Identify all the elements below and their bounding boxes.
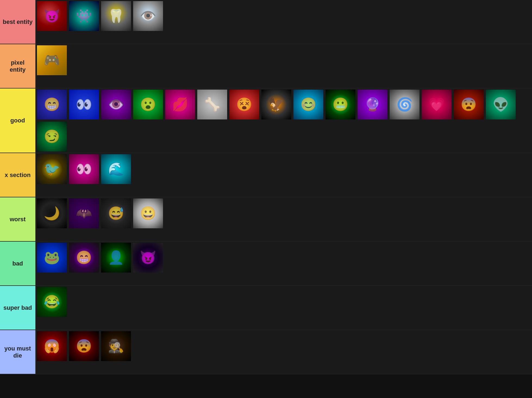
tier-item-w3[interactable]: 😅 [101,198,131,228]
entity-image-x2: 👀 [69,154,99,184]
tier-item-ymd2[interactable]: 😨 [69,331,99,361]
entity-image-be1: 😈 [37,1,67,31]
entity-icon-w4: 😀 [140,206,156,221]
tier-item-g4[interactable]: 😮 [133,90,163,119]
entity-icon-g13: 💗 [428,97,445,112]
tier-item-g7[interactable]: 😵 [229,90,259,119]
entity-icon-be3: 🦷 [108,8,124,24]
tier-items-bad: 🐸😁👤😈 [35,242,532,285]
tier-item-b3[interactable]: 👤 [101,243,131,273]
tier-row-worst: worst🌙🦇😅😀 [0,197,532,242]
entity-icon-be4: 👁️ [140,8,156,24]
entity-icon-b2: 😁 [76,250,92,265]
tier-items-x-section: 🐦👀🌊 [35,153,532,197]
tier-item-b1[interactable]: 🐸 [37,243,67,273]
tier-item-x1[interactable]: 🐦 [37,154,67,184]
tier-items-you-must-die: 😱😨🕵️ [35,330,532,374]
entity-icon-b4: 😈 [140,250,156,265]
tier-item-be1[interactable]: 😈 [37,1,67,31]
entity-icon-b1: 🐸 [44,250,60,265]
entity-icon-ymd3: 🕵️ [108,339,124,354]
entity-icon-g14: 😨 [461,97,477,112]
entity-image-g1: 😁 [37,90,67,119]
tier-item-x2[interactable]: 👀 [69,154,99,184]
entity-image-g10: 😬 [326,90,355,119]
entity-icon-x2: 👀 [76,162,92,177]
tier-item-w2[interactable]: 🦇 [69,198,99,228]
tier-item-g16[interactable]: 😏 [37,122,67,151]
tier-row-you-must-die: you must die😱😨🕵️ [0,330,532,374]
entity-image-x1: 🐦 [37,154,67,184]
tier-label-super-bad: super bad [0,286,35,330]
tier-items-good: 😁👀👁️😮💋🦴😵🦅😊😬🔮🌀💗😨👽😏 [35,89,532,153]
tier-item-ymd1[interactable]: 😱 [37,331,67,361]
tier-item-g15[interactable]: 👽 [486,90,516,119]
entity-icon-g11: 🔮 [364,97,381,112]
entity-icon-g16: 😏 [44,129,60,144]
entity-image-pe1: 🎮 [37,45,67,75]
entity-image-w2: 🦇 [69,198,99,228]
entity-icon-g4: 😮 [140,97,156,112]
entity-image-g7: 😵 [229,90,259,119]
entity-icon-g9: 😊 [300,97,317,112]
entity-icon-x3: 🌊 [108,162,124,177]
tier-row-x-section: x section🐦👀🌊 [0,153,532,197]
tier-item-pe1[interactable]: 🎮 [37,45,67,75]
tier-item-g6[interactable]: 🦴 [197,90,227,119]
entity-image-b1: 🐸 [37,243,67,273]
tier-item-g12[interactable]: 🌀 [390,90,420,119]
tier-items-best-entity: 😈👾🦷👁️ [35,0,532,44]
tier-item-g8[interactable]: 🦅 [261,90,291,119]
tier-item-be4[interactable]: 👁️ [133,1,163,31]
entity-icon-be1: 😈 [44,8,60,24]
entity-image-w4: 😀 [133,198,163,228]
entity-icon-g5: 💋 [172,97,188,112]
tier-item-g11[interactable]: 🔮 [358,90,387,119]
entity-image-be2: 👾 [69,1,99,31]
tier-row-pixel-entity: pixel entity🎮 [0,44,532,89]
tier-label-best-entity: best entity [0,0,35,44]
entity-image-g6: 🦴 [197,90,227,119]
entity-icon-g10: 😬 [332,97,349,112]
tier-row-super-bad: super bad😂 [0,286,532,330]
entity-icon-g8: 🦅 [268,97,284,112]
tier-list: best entity😈👾🦷👁️pixel entity🎮good😁👀👁️😮💋🦴… [0,0,532,374]
tier-item-g10[interactable]: 😬 [326,90,355,119]
tier-item-x3[interactable]: 🌊 [101,154,131,184]
tier-item-b4[interactable]: 😈 [133,243,163,273]
tier-item-g9[interactable]: 😊 [293,90,323,119]
tier-item-b2[interactable]: 😁 [69,243,99,273]
tier-item-sb1[interactable]: 😂 [37,287,67,317]
entity-image-g13: 💗 [422,90,452,119]
entity-icon-ymd1: 😱 [44,339,60,354]
tier-item-be2[interactable]: 👾 [69,1,99,31]
entity-image-be4: 👁️ [133,1,163,31]
entity-image-g11: 🔮 [358,90,387,119]
entity-image-ymd3: 🕵️ [101,331,131,361]
tier-item-w1[interactable]: 🌙 [37,198,67,228]
tier-items-super-bad: 😂 [35,286,532,330]
tier-item-g2[interactable]: 👀 [69,90,99,119]
tier-item-be3[interactable]: 🦷 [101,1,131,31]
entity-image-g2: 👀 [69,90,99,119]
tier-item-g5[interactable]: 💋 [165,90,195,119]
entity-icon-g15: 👽 [493,97,509,112]
tier-items-pixel-entity: 🎮 [35,44,532,88]
entity-icon-w1: 🌙 [44,206,60,221]
entity-image-g15: 👽 [486,90,516,119]
tier-row-best-entity: best entity😈👾🦷👁️ [0,0,532,44]
tier-item-g3[interactable]: 👁️ [101,90,131,119]
entity-icon-g12: 🌀 [396,97,413,112]
tier-item-ymd3[interactable]: 🕵️ [101,331,131,361]
tier-label-you-must-die: you must die [0,330,35,374]
tier-item-g14[interactable]: 😨 [454,90,484,119]
entity-icon-be2: 👾 [76,8,92,24]
entity-icon-g2: 👀 [76,97,92,112]
tier-item-w4[interactable]: 😀 [133,198,163,228]
entity-image-b4: 😈 [133,243,163,273]
entity-icon-g3: 👁️ [108,97,124,112]
entity-image-g5: 💋 [165,90,195,119]
tier-item-g13[interactable]: 💗 [422,90,452,119]
entity-icon-x1: 🐦 [44,162,60,177]
tier-item-g1[interactable]: 😁 [37,90,67,119]
